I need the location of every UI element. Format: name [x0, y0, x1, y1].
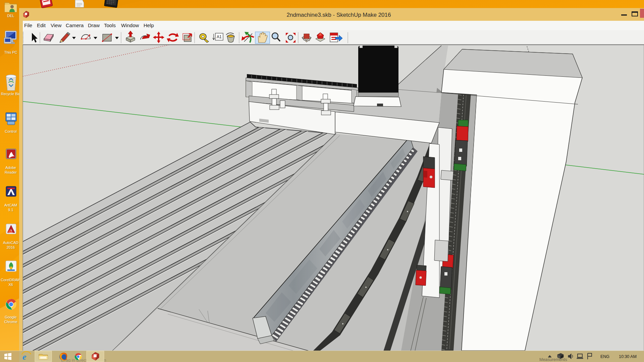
svg-text:CorelDRAW: CorelDRAW — [1, 278, 21, 282]
svg-text:Control: Control — [5, 129, 16, 133]
svg-text:Recycle Bin: Recycle Bin — [1, 92, 20, 96]
svg-text:Tools: Tools — [104, 22, 116, 28]
svg-text:This PC: This PC — [4, 50, 17, 54]
svg-text:ArtCAM: ArtCAM — [4, 203, 17, 207]
svg-text:e: e — [22, 352, 26, 362]
svg-text:View: View — [51, 22, 61, 28]
svg-text:AutoCAD: AutoCAD — [3, 241, 18, 245]
svg-text:X6: X6 — [8, 283, 13, 287]
svg-text:Camera: Camera — [66, 22, 84, 28]
svg-text:Draw: Draw — [88, 22, 100, 28]
svg-text:2016: 2016 — [7, 245, 15, 249]
svg-text:ENG: ENG — [600, 354, 609, 359]
svg-text:Google: Google — [5, 315, 16, 319]
svg-text:9.1: 9.1 — [8, 208, 13, 212]
svg-text:Window: Window — [121, 22, 139, 28]
svg-text:File: File — [24, 22, 32, 28]
svg-text:A1: A1 — [217, 35, 222, 39]
svg-text:2ndmachine3.skb - SketchUp Mak: 2ndmachine3.skb - SketchUp Make 2016 — [287, 12, 391, 18]
svg-text:Reader: Reader — [5, 170, 17, 174]
svg-text:Edit: Edit — [37, 22, 46, 28]
svg-text:Measurements: Measurements — [539, 357, 567, 362]
svg-text:Help: Help — [144, 22, 154, 28]
svg-text:DEL: DEL — [7, 14, 14, 18]
svg-text:Chrome: Chrome — [4, 320, 17, 324]
svg-text:Adobe: Adobe — [5, 166, 16, 170]
svg-text:10:30 AM: 10:30 AM — [619, 354, 637, 359]
